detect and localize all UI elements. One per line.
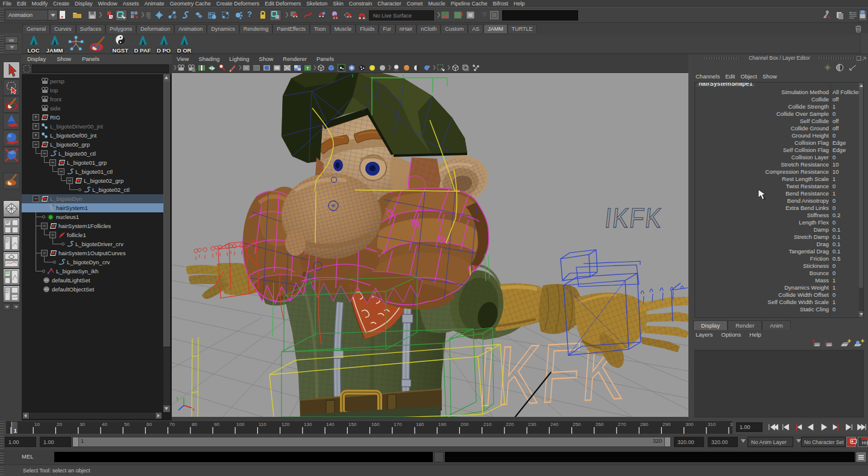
svg-text:50: 50 [124,422,130,427]
svg-text:120: 120 [281,422,290,427]
svg-text:200: 200 [461,422,469,427]
svg-text:320: 320 [730,422,732,427]
svg-text:280: 280 [640,422,649,427]
svg-text:210: 210 [483,422,492,427]
svg-text:230: 230 [528,422,536,427]
svg-text:110: 110 [259,422,266,427]
svg-text:90: 90 [214,422,219,427]
svg-text:40: 40 [102,422,107,427]
svg-text:250: 250 [573,422,581,427]
svg-text:70: 70 [169,422,175,427]
svg-text:y: y [176,395,178,401]
svg-text:150: 150 [348,422,357,427]
svg-text:80: 80 [192,422,197,427]
svg-text:x: x [192,407,195,412]
svg-text:130: 130 [304,422,312,427]
svg-text:10: 10 [34,422,40,427]
svg-text:260: 260 [596,422,604,427]
svg-text:170: 170 [394,422,402,427]
svg-text:30: 30 [80,422,85,427]
svg-text:100: 100 [236,422,245,427]
svg-text:300: 300 [685,422,694,427]
svg-text:60: 60 [146,422,152,427]
svg-text:190: 190 [438,422,447,427]
svg-text:240: 240 [550,422,559,427]
svg-text:T: T [306,66,309,71]
svg-text:IKFK: IKFK [603,202,664,233]
svg-text:a: a [763,196,766,200]
svg-text:220: 220 [506,422,514,427]
svg-text:310: 310 [708,422,716,427]
svg-text:140: 140 [326,422,335,427]
svg-text:160: 160 [371,422,380,427]
svg-text:290: 290 [662,422,671,427]
svg-text:20: 20 [57,422,62,427]
svg-text:180: 180 [416,422,424,427]
svg-text:270: 270 [618,422,626,427]
svg-text:1: 1 [14,428,17,434]
